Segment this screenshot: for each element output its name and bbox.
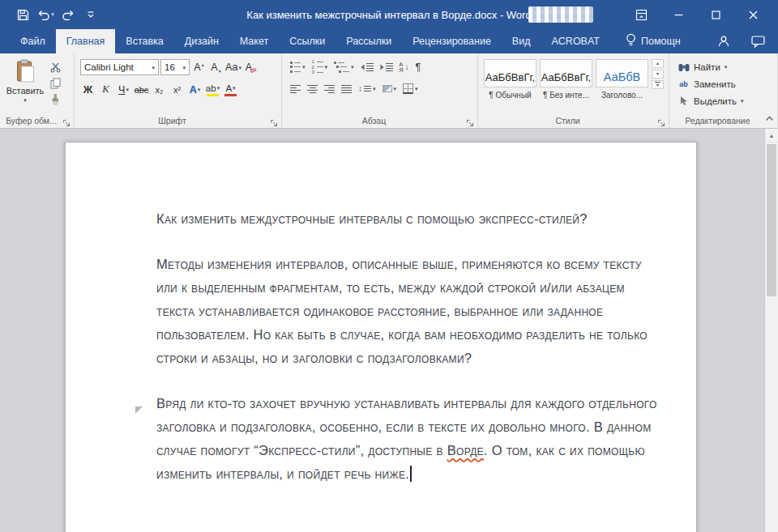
font-group-label: Шрифт <box>75 116 270 126</box>
font-size-value: 16 <box>165 62 182 72</box>
font-group: Calibri Light ▾ 16 ▾ А▴ А▾ Аа▾ А <box>75 53 282 128</box>
copy-button[interactable] <box>47 77 63 90</box>
replace-button[interactable]: ab Заменить <box>678 76 773 92</box>
select-button[interactable]: Выделить ▾ <box>678 93 773 109</box>
paragraph-1[interactable]: Методы изменения интервалов, описанные в… <box>156 253 659 370</box>
tab-references[interactable]: Ссылки <box>279 29 336 53</box>
font-color-button[interactable]: А▾ <box>223 82 238 97</box>
numbering-button[interactable]: 123 ▾ <box>310 59 331 74</box>
cut-button[interactable] <box>47 61 63 74</box>
updown-arrow-icon: ↕ <box>358 84 362 93</box>
justify-button[interactable] <box>339 81 354 96</box>
tab-layout[interactable]: Макет <box>229 29 279 53</box>
page-content: Как изменить междустрочные интервалы с п… <box>66 143 696 486</box>
show-paragraph-marks-button[interactable]: ¶ <box>413 59 424 74</box>
line-spacing-button[interactable]: ↕ ▾ <box>356 81 378 96</box>
select-cursor-icon <box>678 96 690 106</box>
paragraph-group-label: Абзац <box>282 116 466 126</box>
align-right-button[interactable] <box>322 81 337 96</box>
misspelled-word[interactable]: Ворде <box>447 443 484 458</box>
format-painter-button[interactable] <box>47 93 63 106</box>
subscript-button[interactable]: x₂ <box>152 82 167 97</box>
highlight-color-bar <box>207 94 219 96</box>
comments-icon[interactable] <box>751 36 765 48</box>
editing-group-label: Редактирование <box>669 116 766 126</box>
decrease-indent-button[interactable] <box>358 59 376 74</box>
dropdown-caret-icon: ▾ <box>152 65 155 70</box>
vertical-scrollbar[interactable]: ▲ <box>764 129 778 532</box>
tab-mailings[interactable]: Рассылки <box>336 29 402 53</box>
underline-button[interactable]: Ч▾ <box>116 82 131 97</box>
clipboard-dialog-launcher[interactable] <box>62 117 71 126</box>
ribbon-display-options-button[interactable] <box>622 0 660 29</box>
align-center-button[interactable] <box>305 81 320 96</box>
customize-quick-access-button[interactable] <box>79 3 102 26</box>
paragraph-dialog-launcher[interactable] <box>466 117 475 126</box>
italic-button[interactable]: К <box>98 82 113 97</box>
heading-collapse-icon[interactable] <box>135 398 143 422</box>
scroll-up-button[interactable]: ▲ <box>765 129 778 143</box>
collapse-ribbon-button[interactable] <box>765 110 774 125</box>
window-title: Как изменить межстрочный интервал в Ворд… <box>246 9 531 21</box>
align-left-button[interactable] <box>288 81 303 96</box>
find-icon <box>678 62 690 72</box>
paste-button[interactable]: Вставить ▾ <box>6 59 45 106</box>
clear-formatting-button[interactable]: А <box>243 60 259 75</box>
lightbulb-icon <box>626 33 636 49</box>
document-heading[interactable]: Как изменить междустрочные интервалы с п… <box>156 207 659 231</box>
borders-button[interactable]: ▾ <box>400 81 421 96</box>
clipboard-group: Вставить ▾ Буфер обм... <box>0 53 75 128</box>
font-size-combobox[interactable]: 16 ▾ <box>160 59 190 75</box>
tab-tell-me[interactable]: Помощн <box>615 29 691 53</box>
tab-insert[interactable]: Вставка <box>115 29 173 53</box>
styles-dialog-launcher[interactable] <box>657 117 666 126</box>
sign-in-icon[interactable] <box>717 35 730 48</box>
tab-home[interactable]: Главная <box>56 29 116 53</box>
strikethrough-button[interactable]: abc <box>134 82 149 97</box>
font-dialog-launcher[interactable] <box>270 117 279 126</box>
change-case-button[interactable]: Аа▾ <box>225 60 242 75</box>
paragraph-2[interactable]: Вряд ли кто-то захочет вручную устанавли… <box>156 392 659 486</box>
save-button[interactable] <box>11 3 34 26</box>
document-area: Как изменить междустрочные интервалы с п… <box>0 129 778 532</box>
undo-button[interactable]: ▾ <box>34 3 57 26</box>
bold-button[interactable]: Ж <box>80 82 96 97</box>
find-label: Найти <box>694 62 720 72</box>
tab-file[interactable]: Файл <box>10 29 56 53</box>
font-name-combobox[interactable]: Calibri Light ▾ <box>80 59 159 75</box>
shading-button[interactable]: ▾ <box>380 81 400 96</box>
shrink-font-button[interactable]: А▾ <box>208 60 224 75</box>
grow-font-button[interactable]: А▴ <box>191 60 207 75</box>
scroll-thumb[interactable] <box>767 144 776 296</box>
minimize-button[interactable] <box>660 0 697 29</box>
close-button[interactable] <box>734 0 772 29</box>
superscript-button[interactable]: x² <box>169 82 185 97</box>
highlight-button[interactable]: ab▾ <box>205 82 220 97</box>
ribbon: Вставить ▾ Буфер обм... <box>0 53 778 129</box>
multilevel-list-button[interactable]: ▾ <box>331 59 357 74</box>
quick-access-toolbar: ▾ <box>11 3 102 26</box>
word-window: ▾ Как изменить межстрочный интервал в Во… <box>0 0 778 532</box>
styles-scroll-up-button[interactable]: ▴ <box>652 59 664 68</box>
redo-button[interactable] <box>57 3 79 26</box>
sort-button[interactable]: АЯ ↓ <box>397 59 412 74</box>
styles-gallery-more-button[interactable]: ▾ <box>652 80 664 89</box>
style-heading-1[interactable]: АаБбВ Заголово... <box>596 59 648 100</box>
titlebar: ▾ Как изменить межстрочный интервал в Во… <box>0 0 778 29</box>
text-effects-button[interactable]: А▾ <box>187 82 203 97</box>
style-normal[interactable]: АаБбВвГг, ¶ Обычный <box>484 59 536 100</box>
tab-view[interactable]: Вид <box>502 29 541 53</box>
increase-indent-button[interactable] <box>378 59 395 74</box>
tab-design[interactable]: Дизайн <box>174 29 229 53</box>
styles-scroll-down-button[interactable]: ▾ <box>652 70 664 79</box>
tab-review[interactable]: Рецензирование <box>402 29 502 53</box>
tab-acrobat[interactable]: ACROBAT <box>541 29 610 53</box>
styles-group-label: Стили <box>478 116 657 126</box>
ribbon-tab-bar: Файл Главная Вставка Дизайн Макет Ссылки… <box>0 29 778 53</box>
maximize-button[interactable] <box>697 0 734 29</box>
text-cursor <box>410 466 412 482</box>
bullets-button[interactable]: ▾ <box>288 59 308 74</box>
style-no-spacing[interactable]: АаБбВвГг, ¶ Без инте... <box>540 59 592 100</box>
find-button[interactable]: Найти ▾ <box>678 59 773 74</box>
document-page[interactable]: Как изменить междустрочные интервалы с п… <box>65 142 697 532</box>
